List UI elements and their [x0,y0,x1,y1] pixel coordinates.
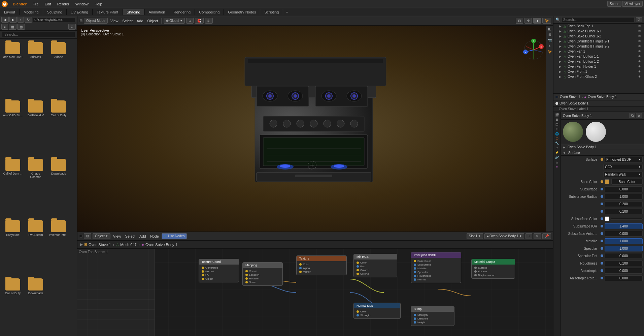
folder-3dsmax2023[interactable]: 3ds Max 2023 [2,41,24,98]
scene-selector[interactable]: Scene [607,1,621,7]
ss-radius-value3[interactable]: 0.100 [605,209,643,214]
ss-ior-value[interactable]: 1.400 [605,223,643,229]
world-props-icon[interactable]: 🌐 [555,132,559,135]
preview-section-header[interactable]: ▶ Oven Sotve Body 1 [561,144,644,150]
blender-logo[interactable] [1,1,8,7]
menu-file[interactable]: File [30,1,41,7]
node-bump[interactable]: Bump Strength Distance Height [411,306,454,326]
visibility-icon[interactable]: 👁 [637,55,642,58]
node-tex-coord[interactable]: Texture Coord Generated Normal UV Object [199,259,239,282]
output-props-icon[interactable]: 🖥 [555,118,558,121]
visibility-icon[interactable]: 👁 [637,39,642,43]
node-view-menu[interactable]: View [112,234,123,239]
node-view-button[interactable]: ⊡ [84,233,91,239]
nav-forward-button[interactable]: ▶ [9,17,17,23]
folder-autocad[interactable]: AutoCAD Sh... [2,99,24,156]
view-toggle[interactable]: ≡ [1,24,8,30]
node-mix-rgb[interactable]: Mix RGB Color Fac Color 1 Color 2 [353,254,397,277]
render-preview-icon[interactable]: 🔆 [548,50,552,54]
outliner-search-input[interactable] [562,17,635,22]
folder-downloads[interactable]: Downloads [48,157,69,218]
folder-battlefield[interactable]: Battlefield V [25,99,46,156]
menu-window[interactable]: Window [73,1,91,7]
visibility-icon[interactable]: 👁 [637,29,642,33]
copy-material-button[interactable]: ⧉ [630,113,635,118]
viewport-shading-rendered[interactable]: 🔆 [542,18,551,24]
outliner-item-fan-btn-1[interactable]: ▶ △ Oven Fan Button 1-1 👁 [553,54,644,59]
scene-name[interactable]: Oven Stove 1 [89,243,111,247]
visibility-icon[interactable]: 👁 [637,70,642,73]
node-new-material[interactable]: + [526,233,532,239]
view-menu[interactable]: View [109,18,120,24]
tab-geometry-nodes[interactable]: Geometry Nodes [224,9,260,15]
nav-up-button[interactable]: ↑ [18,17,24,23]
menu-blender[interactable]: Blender [10,1,29,7]
specular-tint-value[interactable]: 0.000 [605,253,643,259]
node-texture[interactable]: Texture Color Alpha Vector [296,255,347,275]
folder-callofduty2[interactable]: Call of Duty ... [2,157,24,218]
view-layer-icon[interactable]: ◫ [555,123,558,126]
material-props-icon[interactable]: ● [556,165,558,169]
scene-props-icon[interactable]: ⊞ [556,127,558,131]
tab-sculpting[interactable]: Sculpting [43,9,67,15]
node-mode-selector[interactable]: Object ▼ [93,233,110,239]
metallic-value[interactable]: 1.000 [605,238,643,244]
sidebar-path-input[interactable]: C:\Users\Aylwin\Doc... [33,18,76,22]
folder-callofduty3[interactable]: Call of Duty [2,277,24,334]
roughness-value[interactable]: 0.100 [605,261,643,266]
material-name-display[interactable]: Oven Sotve Body 1 [560,101,642,105]
base-color-swatch[interactable] [605,179,609,184]
particles-icon[interactable]: ✦ [556,146,558,150]
outliner-item-fan1[interactable]: ▶ △ Oven Fan 1 👁 [553,49,644,54]
surface-section-header[interactable]: ▼ Surface [561,150,644,156]
menu-render[interactable]: Render [55,1,72,7]
nav-back-button[interactable]: ◀ [1,17,9,23]
transform-pivot[interactable]: ⊙ [186,18,194,24]
folder-fwcustom[interactable]: FwCustom [25,219,46,276]
object-props-icon[interactable]: ⬡ [556,137,558,140]
outliner-item-fan-holder[interactable]: ▶ △ Oven Fan Holder 1 👁 [553,64,644,69]
node-mapping[interactable]: Mapping Vector Location Rotation Scale [242,262,283,286]
menu-help[interactable]: Help [92,1,105,7]
tab-shading[interactable]: Shading [123,9,144,15]
ss-radius-value2[interactable]: 0.200 [605,201,643,207]
node-pin-button[interactable]: 📌 [542,233,551,239]
sun-icon[interactable]: ☀ [548,44,551,48]
object-menu[interactable]: Object [146,18,160,24]
viewport-mode-toggle[interactable]: ⊞ [79,19,82,23]
tab-animation[interactable]: Animation [145,9,170,15]
proportional-edit[interactable]: ◎ [205,18,213,24]
node-add-menu[interactable]: Add [138,234,147,239]
anisotropic-value[interactable]: 0.000 [605,268,643,274]
anisotropic-rota-value[interactable]: 0.000 [605,275,643,281]
data-props-icon[interactable]: △ [556,160,558,164]
prop-scene-name[interactable]: Oven Stove 1 [560,95,580,99]
viewport-mode-selector[interactable]: Object Mode [84,18,108,24]
node-select-menu[interactable]: Select [124,234,137,239]
physics-icon[interactable]: ⚡ [555,151,559,154]
node-graph-area[interactable]: Mapping Vector Location Rotation Scale T… [155,249,553,336]
tab-compositing[interactable]: Compositing [195,9,224,15]
expand-icon[interactable]: ▶ [80,242,83,247]
distribution-selector[interactable]: GGX ▼ [603,164,643,170]
visibility-icon[interactable]: 👁 [637,65,642,68]
material-name[interactable]: Oven Sotve Body 1 [145,243,177,247]
tab-scripting[interactable]: Scripting [260,9,283,15]
node-principled-bsdf[interactable]: Principled BSDF Base Color Subsurface Me… [411,252,461,283]
specular-value[interactable]: 1.000 [605,246,643,251]
viewport-canvas[interactable]: User Perspective (0) Collection | Oven S… [77,26,553,232]
add-workspace-button[interactable]: + [283,9,291,15]
visibility-icon[interactable]: 👁 [637,50,642,53]
prop-material-name[interactable]: Oven Sotve Body 1 [588,95,617,99]
ss-aniso-value[interactable]: 0.000 [605,231,643,237]
outliner-item-oven-back-top[interactable]: ▶ △ Oven Back Top 1 👁 [553,24,644,29]
outliner-item-front1[interactable]: ▶ △ Oven Front 1 👁 [553,69,644,74]
viewport-overlay-button[interactable]: ⊡ [516,18,523,24]
subsurface-value[interactable]: 0.000 [605,186,643,192]
sss-selector[interactable]: Random Walk ▼ [603,172,643,177]
snap-button[interactable]: 🧲 [195,18,204,24]
camera-icon[interactable]: 📷 [548,38,552,42]
folder-3dsmax[interactable]: 3dsMax [25,41,46,98]
folder-chaos[interactable]: Chaos Cosmos [25,157,46,218]
folder-downloads2[interactable]: Downloads [25,277,46,334]
